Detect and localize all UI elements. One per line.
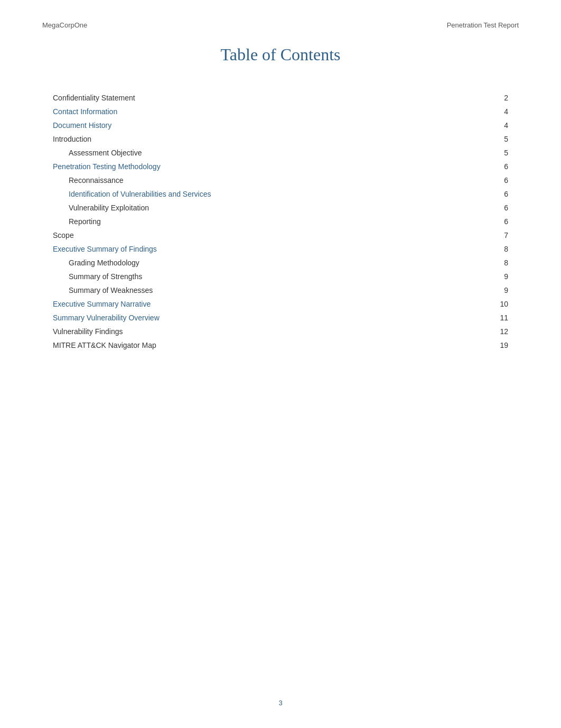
- page-title: Table of Contents: [42, 45, 519, 64]
- toc-page-grading-methodology: 8: [492, 259, 508, 267]
- toc-label-executive-summary-findings: Executive Summary of Findings: [53, 245, 492, 253]
- toc-page-document-history: 4: [492, 121, 508, 130]
- toc-item-summary-vulnerability-overview[interactable]: Summary Vulnerability Overview11: [53, 311, 508, 325]
- page-footer: 3: [0, 699, 561, 707]
- toc-item-vulnerability-exploitation[interactable]: Vulnerability Exploitation6: [69, 201, 508, 215]
- toc-label-assessment-objective: Assessment Objective: [69, 149, 492, 157]
- toc-item-scope[interactable]: Scope7: [53, 228, 508, 242]
- toc-item-mitre-attack[interactable]: MITRE ATT&CK Navigator Map19: [53, 338, 508, 352]
- toc-page-reporting: 6: [492, 217, 508, 226]
- toc-label-summary-vulnerability-overview: Summary Vulnerability Overview: [53, 314, 492, 322]
- toc-item-assessment-objective[interactable]: Assessment Objective5: [69, 146, 508, 160]
- toc-label-grading-methodology: Grading Methodology: [69, 259, 492, 267]
- toc-item-reporting[interactable]: Reporting6: [69, 215, 508, 228]
- toc-item-document-history[interactable]: Document History4: [53, 118, 508, 132]
- toc-label-identification-vulnerabilities: Identification of Vulnerabilities and Se…: [69, 190, 492, 198]
- toc-item-executive-summary-findings[interactable]: Executive Summary of Findings8: [53, 242, 508, 256]
- toc-label-scope: Scope: [53, 231, 492, 239]
- toc-page-mitre-attack: 19: [492, 341, 508, 349]
- toc-page-vulnerability-exploitation: 6: [492, 204, 508, 212]
- toc-label-introduction: Introduction: [53, 135, 492, 143]
- toc-page-executive-summary-narrative: 10: [492, 300, 508, 308]
- toc-item-reconnaissance[interactable]: Reconnaissance6: [69, 173, 508, 187]
- toc-label-summary-strengths: Summary of Strengths: [69, 272, 492, 281]
- toc-page-summary-strengths: 9: [492, 272, 508, 281]
- toc-label-executive-summary-narrative: Executive Summary Narrative: [53, 300, 492, 308]
- toc-container: Confidentiality Statement2Contact Inform…: [42, 91, 519, 352]
- toc-page-scope: 7: [492, 231, 508, 239]
- toc-label-vulnerability-findings: Vulnerability Findings: [53, 327, 492, 336]
- toc-page-vulnerability-findings: 12: [492, 327, 508, 336]
- toc-page-identification-vulnerabilities: 6: [492, 190, 508, 198]
- toc-label-vulnerability-exploitation: Vulnerability Exploitation: [69, 204, 492, 212]
- toc-label-penetration-testing-methodology: Penetration Testing Methodology: [53, 162, 492, 171]
- toc-label-mitre-attack: MITRE ATT&CK Navigator Map: [53, 341, 492, 349]
- title-section: Table of Contents: [42, 45, 519, 64]
- toc-page-introduction: 5: [492, 135, 508, 143]
- toc-page-contact-information: 4: [492, 107, 508, 116]
- toc-label-contact-information: Contact Information: [53, 107, 492, 116]
- toc-item-summary-weaknesses[interactable]: Summary of Weaknesses9: [69, 283, 508, 297]
- toc-item-contact-information[interactable]: Contact Information4: [53, 105, 508, 118]
- toc-label-confidentiality-statement: Confidentiality Statement: [53, 94, 492, 102]
- toc-item-penetration-testing-methodology[interactable]: Penetration Testing Methodology6: [53, 160, 508, 173]
- toc-item-vulnerability-findings[interactable]: Vulnerability Findings12: [53, 325, 508, 338]
- toc-label-reporting: Reporting: [69, 217, 492, 226]
- page-number: 3: [278, 699, 282, 707]
- toc-page-summary-weaknesses: 9: [492, 286, 508, 294]
- header-company: MegaCorpOne: [42, 21, 87, 29]
- toc-item-executive-summary-narrative[interactable]: Executive Summary Narrative10: [53, 297, 508, 311]
- page: MegaCorpOne Penetration Test Report Tabl…: [0, 0, 561, 728]
- header-report-title: Penetration Test Report: [447, 21, 519, 29]
- toc-item-identification-vulnerabilities[interactable]: Identification of Vulnerabilities and Se…: [69, 187, 508, 201]
- toc-page-summary-vulnerability-overview: 11: [492, 314, 508, 322]
- toc-item-summary-strengths[interactable]: Summary of Strengths9: [69, 270, 508, 283]
- toc-label-document-history: Document History: [53, 121, 492, 130]
- toc-page-executive-summary-findings: 8: [492, 245, 508, 253]
- toc-page-assessment-objective: 5: [492, 149, 508, 157]
- toc-page-penetration-testing-methodology: 6: [492, 162, 508, 171]
- toc-item-introduction[interactable]: Introduction5: [53, 132, 508, 146]
- toc-label-reconnaissance: Reconnaissance: [69, 176, 492, 185]
- page-header: MegaCorpOne Penetration Test Report: [42, 21, 519, 29]
- toc-label-summary-weaknesses: Summary of Weaknesses: [69, 286, 492, 294]
- toc-page-confidentiality-statement: 2: [492, 94, 508, 102]
- toc-item-confidentiality-statement[interactable]: Confidentiality Statement2: [53, 91, 508, 105]
- toc-page-reconnaissance: 6: [492, 176, 508, 185]
- toc-item-grading-methodology[interactable]: Grading Methodology8: [69, 256, 508, 270]
